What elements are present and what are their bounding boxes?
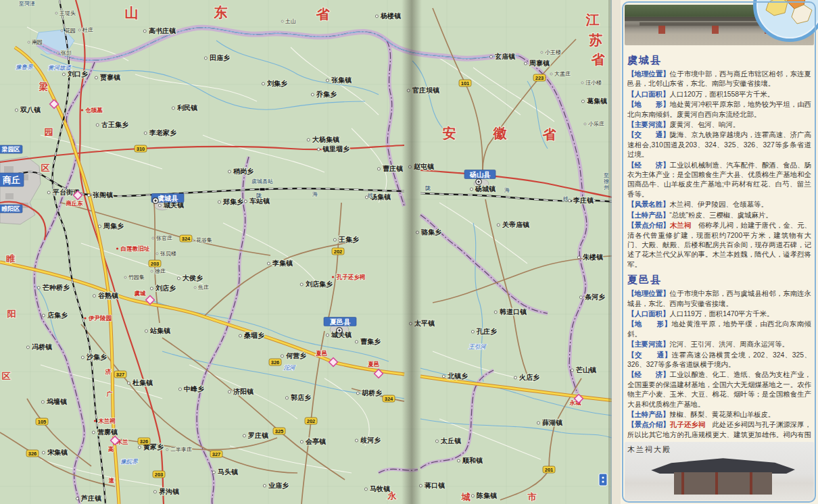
town-dot	[375, 15, 378, 18]
village-label: 二半李庄	[170, 447, 192, 453]
town-label: 顺和镇	[462, 457, 483, 464]
entry-label: 【地理位置】	[627, 290, 670, 297]
town-dot	[497, 224, 500, 226]
village-dot	[55, 12, 57, 14]
town-dot	[364, 488, 367, 490]
atlas-spread: 山东省江苏省安徽省梁园区睢阳区永城市刘口乡贾寨镇高书庄镇田庙乡刘集乡张集镇乔集乡…	[0, 0, 818, 504]
town-label: 利民镇	[176, 104, 198, 111]
town-dot	[95, 76, 97, 79]
town-dot	[568, 199, 571, 202]
village-label: 焦庄	[197, 284, 209, 291]
town-label: 业庙乡	[268, 482, 289, 489]
entry-text: 木兰祠、伊尹陵园、仓颉墓等。	[669, 201, 767, 208]
railway-name-char: 陇	[425, 185, 431, 191]
district-label: 区	[2, 371, 11, 381]
village-dot	[584, 123, 586, 125]
railway-name-char: 海	[504, 187, 510, 193]
town-label: 条河乡	[584, 293, 605, 301]
town-label: 李集镇	[272, 259, 293, 267]
village-dot	[581, 82, 583, 84]
town-dot	[471, 330, 474, 333]
water-label: 王引河	[468, 343, 487, 350]
road-number: 326	[271, 359, 280, 366]
town-dot	[577, 256, 580, 259]
town-dot	[177, 277, 180, 280]
town-label: 店集乡	[47, 311, 68, 319]
village-label: 小王楼	[545, 49, 561, 55]
town-dot	[537, 422, 539, 424]
county-info-entry: 【地理位置】位于市境中东部，西与虞城县相邻，东南连永城县，东北、西南与安徽省接壤…	[627, 289, 811, 309]
town-dot	[228, 390, 231, 393]
entry-text: 沱河、王引河、洪河、周商永运河等。	[669, 341, 789, 348]
town-dot	[365, 196, 368, 199]
direction-label: 至徐州	[604, 172, 609, 191]
town-dot	[172, 107, 174, 109]
road-number: 326	[28, 451, 37, 457]
town-label: 歧河乡	[360, 436, 381, 444]
village-label: 花园	[65, 28, 76, 34]
town-dot	[494, 311, 497, 313]
town-label: 何营乡	[285, 352, 306, 359]
town-dot	[356, 392, 359, 395]
town-dot	[243, 434, 245, 437]
town-dot	[92, 431, 95, 434]
town-label: 葛集镇	[587, 97, 608, 105]
province-label: 安	[443, 126, 457, 141]
town-dot	[15, 109, 18, 111]
village-dot	[151, 270, 153, 272]
town-label: 杜集镇	[132, 379, 153, 386]
town-label: 芒山镇	[575, 366, 597, 374]
scenic-spot-name: 孔子还乡祠	[670, 421, 713, 428]
interchange-label: 虞城	[134, 290, 147, 297]
town-dot	[87, 194, 90, 197]
town-label: 郭店乡	[290, 394, 311, 401]
town-label: 双八镇	[20, 106, 41, 114]
village-label: 张贝楼	[160, 251, 176, 257]
town-label: 李老家乡	[149, 129, 176, 136]
village-label: 花谷集	[196, 237, 212, 243]
info-panel: 虞城县【地理位置】位于市境中部，西与商丘市辖区相邻，东连夏邑县，北邻山东省，东北…	[621, 0, 818, 504]
district-label: 园	[45, 127, 53, 137]
town-dot	[153, 490, 156, 493]
district-label: 市	[527, 492, 537, 502]
interchange-label: 夏邑	[316, 350, 328, 357]
town-label: 贾寨镇	[99, 74, 121, 82]
village-dot	[28, 41, 30, 43]
county-info-entry: 【人口面积】人口119万，面积1470平方千米。	[627, 309, 811, 319]
town-dot	[285, 397, 288, 399]
expressway-name-char: 广	[106, 390, 113, 397]
scenic-label: 伊尹陵园	[88, 315, 112, 322]
county-info-entry: 【土特产品】“总统”粉皮、三樱椒、虞城麻片。	[627, 211, 811, 220]
road-number: 203	[155, 472, 164, 478]
town-dot	[150, 287, 153, 290]
town-label: 镇里堌乡	[322, 145, 350, 153]
town-dot	[471, 495, 474, 497]
scenic-dot	[84, 317, 86, 319]
station-label: 虞城县站	[251, 178, 273, 184]
town-dot	[76, 497, 78, 500]
town-label: 站集镇	[149, 327, 171, 334]
town-label: 马头镇	[218, 468, 239, 476]
town-dot	[96, 124, 99, 126]
district-label: 睢	[7, 253, 16, 263]
road-number: 325	[275, 428, 284, 434]
village-label: 徐庄	[155, 268, 166, 274]
town-dot	[144, 132, 147, 134]
village-dot	[152, 237, 154, 239]
town-label: 曹集乡	[360, 338, 381, 345]
scenic-label: 仓颉墓	[85, 107, 103, 114]
town-label: 稍岗乡	[233, 168, 254, 175]
county-info-entry: 【地 形】地处黄河冲积平原东部，地势较为平坦，由西北向东南倾斜。废黄河自西向东流…	[627, 100, 811, 120]
county-name-label: 睢阳区	[2, 205, 20, 212]
town-dot	[158, 204, 161, 207]
entry-label: 【交 通】	[627, 351, 672, 359]
town-label: 刘口乡	[67, 70, 88, 78]
town-dot	[263, 484, 266, 487]
county-info-entry: 【交 通】陇海、京九铁路穿越境内，连霍高速、济广高速相会,310国道及203、3…	[627, 130, 811, 159]
town-label: 中峰乡	[184, 385, 204, 393]
scenic-label: 孔子还乡祠	[336, 274, 366, 280]
road-number: 327	[212, 451, 221, 457]
village-label: 杜庄	[82, 27, 93, 33]
expressway-name-char: 高	[108, 446, 114, 453]
province-label: 山	[125, 5, 139, 20]
